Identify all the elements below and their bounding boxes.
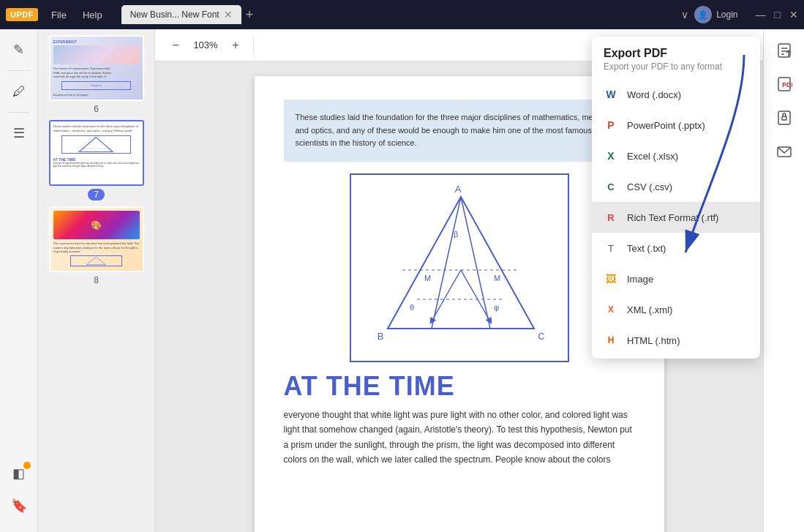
export-header: Export PDF Export your PDF to any format [592, 37, 760, 76]
pdf-heading-continuation: everyone thought that white light was pu… [284, 410, 632, 465]
svg-line-5 [461, 197, 490, 329]
svg-line-9 [461, 270, 490, 321]
diagram-svg: A B C M M β θ φ [358, 182, 563, 351]
login-button[interactable]: 👤 Login [694, 6, 737, 23]
export-icon-button[interactable] [769, 35, 800, 66]
sidebar-item-bookmark[interactable]: 🔖 [4, 491, 34, 520]
export-item-text[interactable]: T Text (.txt) [592, 233, 760, 263]
pdf-heading: AT THE TIME [284, 371, 635, 402]
export-image-label: Image [627, 274, 653, 285]
export-text-label: Text (.txt) [627, 243, 666, 254]
thumb-content-6: EXPERIMENT The burden of maintenance, Ex… [50, 37, 143, 100]
email-icon-button[interactable] [769, 136, 800, 167]
close-button[interactable]: ✕ [789, 9, 798, 20]
pdf-body-paragraph: These studies laid the foundation for th… [296, 111, 623, 150]
zoom-controls: − 103% + [167, 37, 244, 54]
tab-add-button[interactable]: + [246, 7, 254, 23]
sidebar-item-organize[interactable]: ☰ [4, 119, 34, 148]
rtf-icon: R [602, 209, 620, 226]
zoom-out-button[interactable]: − [167, 37, 184, 54]
svg-text:θ: θ [410, 303, 414, 312]
svg-text:M: M [424, 274, 431, 282]
sidebar-divider-2 [8, 112, 30, 113]
export-item-image[interactable]: 🖼 Image [592, 263, 760, 294]
export-csv-label: CSV (.csv) [627, 181, 672, 192]
xml-icon: X [602, 301, 620, 318]
user-avatar: 👤 [694, 6, 712, 23]
thumbnail-image-7: These studies laid the foundation for th… [49, 120, 144, 186]
tab-label: New Busin... New Font [130, 10, 219, 20]
login-label: Login [716, 10, 737, 20]
export-item-excel[interactable]: X Excel (.xlsx) [592, 141, 760, 171]
export-item-html[interactable]: H HTML (.htm) [592, 325, 760, 356]
app-body: ✎ 🖊 ☰ ◧ 🔖 EXPERIMENT The burden of maint… [0, 29, 804, 532]
thumbnail-page-7[interactable]: These studies laid the foundation for th… [44, 120, 149, 201]
title-dropdown-button[interactable]: ∨ [681, 9, 688, 20]
zoom-level: 103% [187, 40, 224, 50]
title-menu: File Help [44, 7, 110, 23]
thumbnail-panel: EXPERIMENT The burden of maintenance, Ex… [38, 29, 155, 532]
csv-icon: C [602, 178, 620, 195]
svg-text:A: A [454, 184, 461, 195]
sidebar-bottom: ◧ 🔖 [4, 459, 34, 526]
thumbnail-page-8[interactable]: 🎨 This experiment was the standard text … [44, 206, 149, 285]
sidebar-item-edit[interactable]: ✎ [4, 35, 34, 64]
thumb-content-7: These studies laid the foundation for th… [50, 121, 143, 184]
html-icon: H [602, 331, 620, 349]
export-list: W Word (.docx) P PowerPoint (.pptx) X Ex… [592, 76, 760, 359]
right-panel: PDF [763, 29, 804, 532]
file-menu[interactable]: File [44, 7, 74, 23]
left-sidebar: ✎ 🖊 ☰ ◧ 🔖 [0, 29, 38, 532]
export-item-xml[interactable]: X XML (.xml) [592, 294, 760, 325]
pdf-bottom-text: everyone thought that white light was pu… [284, 408, 635, 468]
minimize-button[interactable]: — [756, 9, 766, 20]
svg-text:PDF: PDF [782, 81, 792, 89]
updf-logo: UPDF [6, 8, 38, 21]
svg-line-4 [432, 197, 461, 329]
pdf-blue-section: These studies laid the foundation for th… [284, 100, 635, 162]
export-word-label: Word (.docx) [627, 89, 681, 100]
toolbar-divider [253, 37, 254, 54]
export-item-rtf[interactable]: R Rich Text Format (.rtf) [592, 202, 760, 233]
triangle-diagram: A B C M M β θ φ [350, 173, 569, 362]
svg-text:B: B [377, 331, 383, 342]
export-rtf-label: Rich Text Format (.rtf) [627, 212, 718, 223]
export-panel: Export PDF Export your PDF to any format… [592, 37, 760, 359]
pdf-a-icon: PDF [776, 76, 792, 92]
powerpoint-icon: P [602, 116, 620, 134]
tab-close-button[interactable]: ✕ [224, 9, 233, 20]
tab-1[interactable]: New Busin... New Font ✕ [121, 5, 241, 24]
export-title: Export PDF [604, 47, 748, 60]
svg-text:β: β [454, 230, 458, 239]
thumbnail-image-6: EXPERIMENT The burden of maintenance, Ex… [49, 35, 144, 101]
export-item-word[interactable]: W Word (.docx) [592, 79, 760, 110]
sidebar-divider-1 [8, 70, 30, 71]
thumbnail-number-7: 7 [88, 189, 105, 201]
layers-badge [23, 462, 31, 469]
export-item-csv[interactable]: C CSV (.csv) [592, 171, 760, 202]
zoom-in-button[interactable]: + [227, 37, 244, 54]
thumbnail-number-8: 8 [94, 275, 99, 285]
thumbnail-page-6[interactable]: EXPERIMENT The burden of maintenance, Ex… [44, 35, 149, 114]
tab-bar: New Busin... New Font ✕ + [121, 5, 676, 24]
export-subtitle: Export your PDF to any format [604, 61, 748, 72]
maximize-button[interactable]: □ [775, 9, 781, 20]
title-actions: ∨ 👤 Login — □ ✕ [681, 6, 798, 23]
protect-icon-button[interactable] [769, 102, 800, 133]
export-html-label: HTML (.htm) [627, 335, 680, 346]
email-icon [776, 143, 792, 160]
excel-icon: X [602, 147, 620, 165]
svg-text:M: M [494, 274, 500, 282]
sidebar-item-annotate[interactable]: 🖊 [4, 77, 34, 106]
thumb-content-8: 🎨 This experiment was the standard text … [50, 208, 143, 271]
protect-icon [776, 110, 792, 126]
window-controls: — □ ✕ [756, 9, 798, 20]
svg-rect-28 [782, 116, 786, 120]
sidebar-item-layers[interactable]: ◧ [4, 459, 34, 488]
svg-line-8 [432, 270, 461, 321]
export-item-powerpoint[interactable]: P PowerPoint (.pptx) [592, 110, 760, 141]
pdf-a-icon-button[interactable]: PDF [769, 69, 800, 100]
svg-text:C: C [538, 331, 544, 342]
thumbnail-image-8: 🎨 This experiment was the standard text … [49, 206, 144, 272]
help-menu[interactable]: Help [75, 7, 110, 23]
